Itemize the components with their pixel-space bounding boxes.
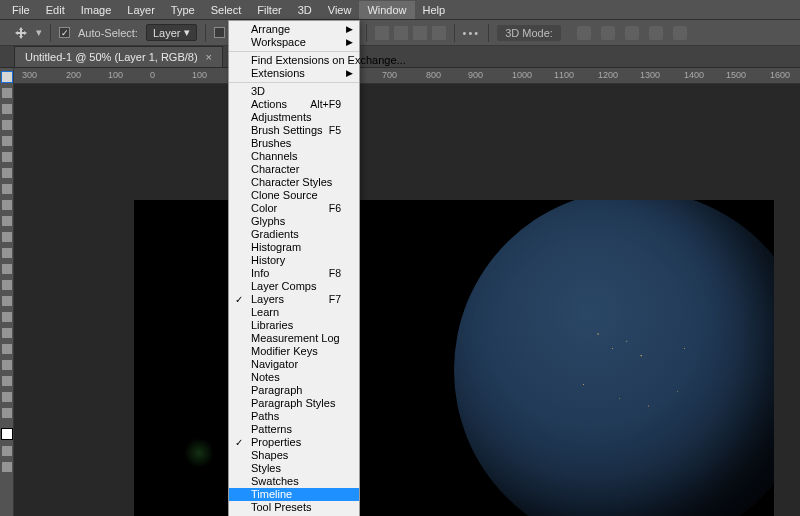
zoom-tool[interactable] xyxy=(2,392,12,402)
dodge-tool[interactable] xyxy=(2,296,12,306)
menu-item-glyphs[interactable]: Glyphs xyxy=(229,215,359,228)
menu-item-paths[interactable]: Paths xyxy=(229,410,359,423)
menu-layer[interactable]: Layer xyxy=(119,1,163,19)
menu-item-learn[interactable]: Learn xyxy=(229,306,359,319)
document-tab[interactable]: Untitled-1 @ 50% (Layer 1, RGB/8) × xyxy=(14,46,223,67)
slide-icon[interactable] xyxy=(649,26,663,40)
align-icon[interactable] xyxy=(375,26,389,40)
frame-tool[interactable] xyxy=(2,152,12,162)
auto-select-checkbox[interactable] xyxy=(59,27,70,38)
align-icon[interactable] xyxy=(413,26,427,40)
menu-item-color[interactable]: ColorF6 xyxy=(229,202,359,215)
menu-item-gradients[interactable]: Gradients xyxy=(229,228,359,241)
menu-item-history[interactable]: History xyxy=(229,254,359,267)
history-brush-tool[interactable] xyxy=(2,232,12,242)
check-icon: ✓ xyxy=(235,436,243,449)
menu-filter[interactable]: Filter xyxy=(249,1,289,19)
edit-toolbar[interactable] xyxy=(2,408,12,418)
menu-item-libraries[interactable]: Libraries xyxy=(229,319,359,332)
mode-3d-label: 3D Mode: xyxy=(497,25,561,41)
menu-item-arrange[interactable]: Arrange▶ xyxy=(229,23,359,36)
menu-item-paragraph-styles[interactable]: Paragraph Styles xyxy=(229,397,359,410)
hand-tool[interactable] xyxy=(2,376,12,386)
menu-item-extensions[interactable]: Extensions▶ xyxy=(229,67,359,80)
menu-file[interactable]: File xyxy=(4,1,38,19)
menu-3d[interactable]: 3D xyxy=(290,1,320,19)
menu-item-swatches[interactable]: Swatches xyxy=(229,475,359,488)
pan-icon[interactable] xyxy=(625,26,639,40)
menu-item-layer-comps[interactable]: Layer Comps xyxy=(229,280,359,293)
align-icon[interactable] xyxy=(432,26,446,40)
menu-item-modifier-keys[interactable]: Modifier Keys xyxy=(229,345,359,358)
shape-tool[interactable] xyxy=(2,360,12,370)
menu-item-layers[interactable]: ✓LayersF7 xyxy=(229,293,359,306)
align-icon[interactable] xyxy=(394,26,408,40)
menu-help[interactable]: Help xyxy=(415,1,454,19)
show-transform-checkbox[interactable] xyxy=(214,27,225,38)
screenmode-tool[interactable] xyxy=(2,462,12,472)
menu-window[interactable]: Window xyxy=(359,1,414,19)
menu-item-tool-presets[interactable]: Tool Presets xyxy=(229,501,359,514)
mode-3d-buttons[interactable] xyxy=(577,26,687,40)
align-buttons[interactable] xyxy=(375,26,446,40)
menu-item-workspace[interactable]: Workspace▶ xyxy=(229,36,359,49)
canvas-area: 3002001000100200300700800900100011001200… xyxy=(14,68,800,516)
path-tool[interactable] xyxy=(2,344,12,354)
dropdown-caret-icon[interactable]: ▾ xyxy=(36,26,42,39)
menu-item-styles[interactable]: Styles xyxy=(229,462,359,475)
menu-item-timeline[interactable]: Timeline xyxy=(229,488,359,501)
separator xyxy=(205,24,206,42)
menu-item-properties[interactable]: ✓Properties xyxy=(229,436,359,449)
menu-item-label: Extensions xyxy=(251,67,305,80)
quickmask-tool[interactable] xyxy=(2,446,12,456)
menu-item-find-extensions-on-exchange[interactable]: Find Extensions on Exchange... xyxy=(229,54,359,67)
stamp-tool[interactable] xyxy=(2,216,12,226)
menu-item-character[interactable]: Character xyxy=(229,163,359,176)
roll-icon[interactable] xyxy=(601,26,615,40)
move-tool[interactable] xyxy=(2,72,12,82)
menu-item-label: Swatches xyxy=(251,475,299,488)
auto-select-target[interactable]: Layer▾ xyxy=(146,24,198,41)
healing-tool[interactable] xyxy=(2,184,12,194)
menu-item-histogram[interactable]: Histogram xyxy=(229,241,359,254)
brush-tool[interactable] xyxy=(2,200,12,210)
orbit-icon[interactable] xyxy=(577,26,591,40)
menu-item-brushes[interactable]: Brushes xyxy=(229,137,359,150)
gradient-tool[interactable] xyxy=(2,264,12,274)
menu-item-adjustments[interactable]: Adjustments xyxy=(229,111,359,124)
pen-tool[interactable] xyxy=(2,312,12,322)
menu-item-measurement-log[interactable]: Measurement Log xyxy=(229,332,359,345)
menu-item-paragraph[interactable]: Paragraph xyxy=(229,384,359,397)
menu-item-label: Clone Source xyxy=(251,189,318,202)
menu-item-3d[interactable]: 3D xyxy=(229,85,359,98)
blur-tool[interactable] xyxy=(2,280,12,290)
close-tab-icon[interactable]: × xyxy=(206,51,212,63)
menu-view[interactable]: View xyxy=(320,1,360,19)
type-tool[interactable] xyxy=(2,328,12,338)
menu-item-patterns[interactable]: Patterns xyxy=(229,423,359,436)
window-menu-dropdown: Arrange▶Workspace▶Find Extensions on Exc… xyxy=(228,20,360,516)
menu-edit[interactable]: Edit xyxy=(38,1,73,19)
eraser-tool[interactable] xyxy=(2,248,12,258)
menu-item-info[interactable]: InfoF8 xyxy=(229,267,359,280)
menu-item-character-styles[interactable]: Character Styles xyxy=(229,176,359,189)
menu-image[interactable]: Image xyxy=(73,1,120,19)
wand-tool[interactable] xyxy=(2,120,12,130)
menu-item-clone-source[interactable]: Clone Source xyxy=(229,189,359,202)
zoom-icon[interactable] xyxy=(673,26,687,40)
menu-item-shapes[interactable]: Shapes xyxy=(229,449,359,462)
menu-item-notes[interactable]: Notes xyxy=(229,371,359,384)
foreground-color[interactable] xyxy=(1,428,13,440)
menu-item-channels[interactable]: Channels xyxy=(229,150,359,163)
menu-item-brush-settings[interactable]: Brush SettingsF5 xyxy=(229,124,359,137)
more-icon[interactable]: ••• xyxy=(463,27,481,39)
menu-select[interactable]: Select xyxy=(203,1,250,19)
menu-item-navigator[interactable]: Navigator xyxy=(229,358,359,371)
eyedropper-tool[interactable] xyxy=(2,168,12,178)
menu-item-label: Paths xyxy=(251,410,279,423)
menu-item-actions[interactable]: ActionsAlt+F9 xyxy=(229,98,359,111)
crop-tool[interactable] xyxy=(2,136,12,146)
lasso-tool[interactable] xyxy=(2,104,12,114)
marquee-tool[interactable] xyxy=(2,88,12,98)
menu-type[interactable]: Type xyxy=(163,1,203,19)
